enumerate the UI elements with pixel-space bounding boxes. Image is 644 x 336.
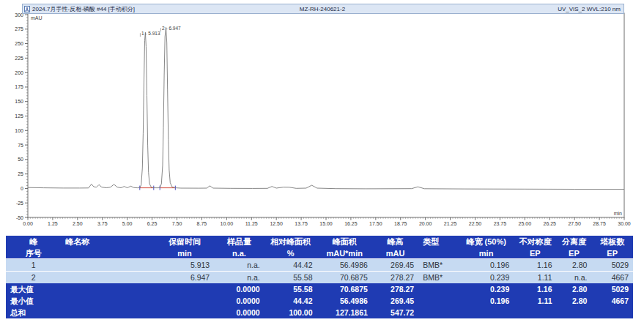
chart-title-group: 2024.7月手性-反相-磷酸 #44 [手动积分] bbox=[23, 5, 223, 13]
cell: 0.239 bbox=[459, 283, 514, 295]
table-summary: 最大值0.000055.5870.6875278.270.2391.162.80… bbox=[6, 283, 633, 318]
column-header: 样品量 bbox=[214, 236, 264, 247]
chromatography-report-window: 2024.7月手性-反相-磷酸 #44 [手动积分] MZ-RH-240621-… bbox=[0, 0, 644, 336]
cell: 100.00 bbox=[264, 307, 317, 318]
x-tick-label: 12.50 bbox=[270, 221, 283, 226]
x-tick-label: 8.75 bbox=[197, 221, 207, 226]
cell bbox=[418, 283, 459, 295]
peak-row[interactable]: 15.913n.a.44.4256.4986269.45BMB*0.1961.1… bbox=[6, 259, 633, 272]
cell bbox=[459, 307, 514, 318]
cell bbox=[418, 307, 459, 318]
cell: 5029 bbox=[591, 259, 633, 272]
x-tick-label: 22.50 bbox=[469, 221, 482, 226]
cell: n.a. bbox=[556, 272, 591, 284]
cell bbox=[514, 307, 556, 318]
cell: 44.42 bbox=[264, 259, 317, 272]
cell: 56.4986 bbox=[317, 259, 372, 272]
peak-label: 1 - 5.913 bbox=[141, 31, 160, 36]
y-tick-label: 150 bbox=[15, 99, 23, 104]
chart-header-strip: 2024.7月手性-反相-磷酸 #44 [手动积分] MZ-RH-240621-… bbox=[22, 4, 624, 14]
cell: 0.196 bbox=[459, 259, 514, 272]
cell: BMB* bbox=[418, 272, 459, 284]
x-tick-label: 1.25 bbox=[48, 221, 58, 226]
column-unit: % bbox=[264, 247, 317, 259]
x-tick-label: 30.00 bbox=[618, 221, 631, 226]
x-tick-label: 0.00 bbox=[23, 221, 33, 226]
x-tick-label: 2.50 bbox=[73, 221, 83, 226]
cell: 5.913 bbox=[155, 259, 214, 272]
x-tick-label: 21.25 bbox=[444, 221, 457, 226]
x-tick-label: 20.00 bbox=[419, 221, 432, 226]
y-tick-label: -25 bbox=[16, 201, 23, 206]
x-tick-label: 26.25 bbox=[543, 221, 556, 226]
cell: 547.72 bbox=[372, 307, 418, 318]
x-tick-label: 10.00 bbox=[221, 221, 234, 226]
cell: 70.6875 bbox=[317, 283, 372, 295]
peak-row[interactable]: 26.947n.a.55.5870.6875278.27BMB*0.2391.1… bbox=[6, 272, 633, 284]
column-header: 峰名称 bbox=[61, 236, 155, 247]
cell: 55.58 bbox=[264, 283, 317, 295]
column-unit bbox=[61, 247, 155, 259]
cell bbox=[155, 295, 214, 307]
column-unit: EP bbox=[591, 247, 633, 259]
summary-label: 最小值 bbox=[6, 295, 155, 307]
x-tick-label: 25.00 bbox=[519, 221, 532, 226]
x-tick-label: 27.50 bbox=[568, 221, 581, 226]
column-header: 分离度 bbox=[556, 236, 591, 247]
detector-channel: UV_VIS_2 WVL:210 nm bbox=[422, 6, 623, 12]
summary-row: 最大值0.000055.5870.6875278.270.2391.162.80… bbox=[6, 283, 633, 295]
chromatogram-plot[interactable]: 3002752502252001751501251007550250-25-50… bbox=[0, 0, 644, 233]
cell: 1.11 bbox=[514, 295, 556, 307]
y-tick-label: 200 bbox=[15, 70, 23, 75]
x-tick-label: 6.25 bbox=[147, 221, 158, 226]
cell: 0.0000 bbox=[214, 283, 264, 295]
cell: 1.11 bbox=[514, 272, 556, 284]
x-tick-label: 13.75 bbox=[295, 221, 308, 226]
column-header: 峰面积 bbox=[317, 236, 372, 247]
cell: 6.947 bbox=[155, 272, 214, 284]
cell: 1 bbox=[6, 259, 61, 272]
cell: 278.27 bbox=[372, 272, 418, 284]
y-tick-label: 275 bbox=[15, 26, 23, 31]
y-tick-label: 75 bbox=[18, 143, 23, 148]
cell: 44.42 bbox=[264, 295, 317, 307]
cell bbox=[61, 272, 155, 284]
y-tick-label: 250 bbox=[15, 41, 23, 46]
x-axis-unit: min bbox=[614, 211, 622, 216]
cell: 1.16 bbox=[514, 259, 556, 272]
column-unit: 序号 bbox=[6, 247, 61, 259]
integration-results-panel: 峰峰名称保留时间样品量相对峰面积峰面积峰高类型峰宽 (50%)不对称度分离度塔板… bbox=[6, 236, 633, 318]
cell: 4667 bbox=[591, 272, 633, 284]
cell bbox=[556, 307, 591, 318]
column-unit: EP bbox=[556, 247, 591, 259]
cell bbox=[61, 259, 155, 272]
table-body: 15.913n.a.44.4256.4986269.45BMB*0.1961.1… bbox=[6, 259, 633, 284]
x-tick-label: 3.75 bbox=[97, 221, 108, 226]
x-tick-label: 5.00 bbox=[122, 221, 133, 226]
cell: 0.0000 bbox=[214, 307, 264, 318]
chromatogram-panel: 2024.7月手性-反相-磷酸 #44 [手动积分] MZ-RH-240621-… bbox=[0, 0, 644, 233]
cell: BMB* bbox=[418, 259, 459, 272]
cell: 2.80 bbox=[556, 283, 591, 295]
column-unit: mAU bbox=[372, 247, 418, 259]
cell bbox=[418, 295, 459, 307]
cell: 4667 bbox=[591, 295, 633, 307]
column-header: 类型 bbox=[418, 236, 459, 247]
summary-label: 最大值 bbox=[6, 283, 155, 295]
x-tick-label: 18.75 bbox=[394, 221, 407, 226]
y-tick-label: 100 bbox=[15, 128, 23, 133]
column-header: 峰 bbox=[6, 236, 61, 247]
x-tick-label: 17.50 bbox=[369, 221, 382, 226]
table-header: 峰峰名称保留时间样品量相对峰面积峰面积峰高类型峰宽 (50%)不对称度分离度塔板… bbox=[6, 236, 633, 259]
y-tick-label: 175 bbox=[15, 84, 23, 89]
column-unit bbox=[418, 247, 459, 259]
x-tick-label: 11.25 bbox=[245, 221, 258, 226]
cell: 0.239 bbox=[459, 272, 514, 284]
cell: 269.45 bbox=[372, 259, 418, 272]
y-axis-unit: mAU bbox=[31, 15, 42, 20]
column-unit: min bbox=[459, 247, 514, 259]
column-header: 相对峰面积 bbox=[264, 236, 317, 247]
y-tick-label: 50 bbox=[18, 157, 23, 162]
cell bbox=[155, 307, 214, 318]
column-header: 峰高 bbox=[372, 236, 418, 247]
